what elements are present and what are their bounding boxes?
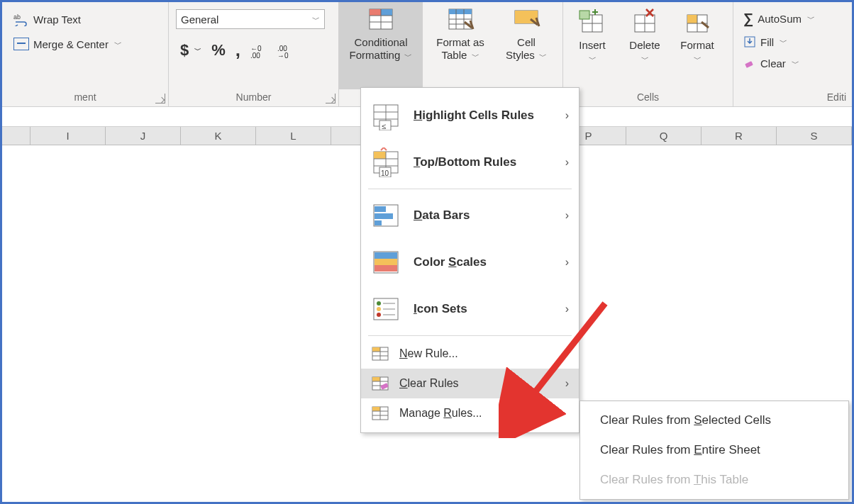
format-button[interactable]: Format﹀ <box>672 5 722 89</box>
highlight-cells-icon: ≤ <box>371 101 401 130</box>
conditional-formatting-button[interactable]: Conditional Formatting ﹀ <box>339 2 423 89</box>
merge-center-button[interactable]: Merge & Center ﹀ <box>9 35 161 53</box>
chevron-down-icon: ﹀ <box>472 52 479 60</box>
clear-button[interactable]: Clear ﹀ <box>739 54 846 72</box>
menu-new-rule[interactable]: New Rule... <box>361 339 579 369</box>
column-header[interactable]: J <box>106 127 181 145</box>
cell-styles-button[interactable]: Cell Styles ﹀ <box>498 2 555 89</box>
clear-rules-icon <box>371 374 389 393</box>
decrease-decimal-button[interactable]: .00→0 <box>273 40 299 61</box>
svg-rect-22 <box>580 11 589 19</box>
cell-styles-icon <box>512 5 540 33</box>
menu-highlight-cells-rules[interactable]: ≤ Highlight Cells Rules › <box>361 92 579 139</box>
conditional-formatting-label: Conditional Formatting <box>350 36 408 61</box>
column-header[interactable]: R <box>702 127 777 145</box>
column-header[interactable]: K <box>181 127 256 145</box>
column-header[interactable]: I <box>30 127 106 145</box>
editing-group-label: Editi <box>738 89 848 106</box>
fill-button[interactable]: Fill ﹀ <box>739 33 846 51</box>
insert-cells-icon <box>578 8 606 36</box>
clear-label: Clear <box>760 57 786 69</box>
column-header[interactable]: S <box>777 127 852 145</box>
fill-label: Fill <box>760 36 774 48</box>
sigma-icon: ∑ <box>743 11 753 27</box>
conditional-formatting-icon <box>367 5 395 33</box>
wrap-text-icon: ab <box>13 12 29 26</box>
cells-group-label: Cells <box>567 89 728 106</box>
menu-label: Top/Bottom Rules <box>414 155 516 169</box>
delete-label: Delete <box>629 39 660 51</box>
decrease-decimal-icon: .00→0 <box>277 43 294 58</box>
merge-center-icon <box>13 38 29 50</box>
cells-group: Insert﹀ Delete﹀ Forma <box>563 2 733 106</box>
number-group-label: Number <box>173 89 334 106</box>
menu-manage-rules[interactable]: Manage Rules... <box>361 398 579 428</box>
svg-text:ab: ab <box>13 13 21 21</box>
merge-center-label: Merge & Center <box>33 38 109 50</box>
delete-button[interactable]: Delete﹀ <box>620 5 670 89</box>
chevron-down-icon: ﹀ <box>641 55 649 63</box>
format-as-table-button[interactable]: Format as Table ﹀ <box>426 2 495 89</box>
data-bars-icon <box>371 201 401 230</box>
menu-icon-sets[interactable]: Icon Sets › <box>361 286 579 332</box>
top-bottom-icon: 10 <box>371 147 401 177</box>
menu-label: Data Bars <box>414 208 470 223</box>
chevron-right-icon: › <box>565 209 569 222</box>
alignment-group-label: ment <box>6 89 164 106</box>
cell-styles-label: Cell Styles <box>506 36 536 61</box>
number-format-combo[interactable]: General ﹀ <box>176 9 325 29</box>
increase-decimal-button[interactable]: ←0.00 <box>246 40 272 61</box>
comma-format-button[interactable]: , <box>231 36 245 64</box>
chevron-right-icon: › <box>565 109 569 122</box>
alignment-dialog-launcher[interactable] <box>155 94 165 103</box>
submenu-clear-selected[interactable]: Clear Rules from Selected Cells <box>580 405 848 435</box>
number-format-value: General <box>181 13 218 26</box>
select-all-corner[interactable] <box>2 127 30 145</box>
column-header[interactable]: Q <box>626 127 702 145</box>
alignment-group: ab Wrap Text Merge & Center ﹀ ment <box>2 2 169 106</box>
percent-format-button[interactable]: % <box>207 38 230 62</box>
svg-rect-61 <box>372 347 380 352</box>
format-cells-icon <box>683 8 711 36</box>
menu-label: Highlight Cells Rules <box>414 108 534 123</box>
menu-top-bottom-rules[interactable]: 10 Top/Bottom Rules › <box>361 139 579 186</box>
number-group: General ﹀ $﹀ % , ←0.00 .00→0 Number <box>169 2 339 106</box>
autosum-button[interactable]: ∑ AutoSum ﹀ <box>739 8 846 30</box>
menu-data-bars[interactable]: Data Bars › <box>361 192 579 239</box>
menu-label: New Rule... <box>399 347 458 360</box>
menu-color-scales[interactable]: Color Scales › <box>361 239 579 286</box>
svg-point-55 <box>377 307 381 311</box>
submenu-clear-sheet[interactable]: Clear Rules from Entire Sheet <box>580 435 848 465</box>
submenu-clear-table: Clear Rules from This Table <box>580 465 848 495</box>
new-rule-icon <box>371 345 389 363</box>
accounting-format-button[interactable]: $﹀ <box>176 38 206 62</box>
insert-label: Insert <box>579 39 606 51</box>
number-dialog-launcher[interactable] <box>326 94 336 103</box>
menu-label: Color Scales <box>414 255 487 269</box>
format-as-table-icon <box>446 5 475 33</box>
wrap-text-label: Wrap Text <box>33 13 81 26</box>
menu-label: Manage Rules... <box>399 407 482 420</box>
svg-text:≤: ≤ <box>382 122 386 130</box>
chevron-down-icon: ﹀ <box>404 52 412 60</box>
increase-decimal-icon: ←0.00 <box>250 43 267 58</box>
svg-rect-47 <box>375 213 393 219</box>
chevron-right-icon: › <box>565 377 569 390</box>
menu-label: Clear Rules <box>399 377 459 390</box>
svg-rect-39 <box>374 152 386 159</box>
column-header[interactable]: L <box>256 127 331 145</box>
eraser-icon <box>743 57 756 69</box>
chevron-down-icon: ﹀ <box>539 52 547 60</box>
chevron-down-icon: ﹀ <box>312 14 320 25</box>
delete-cells-icon <box>631 8 659 36</box>
insert-button[interactable]: Insert﹀ <box>567 5 617 89</box>
svg-rect-7 <box>381 9 392 16</box>
wrap-text-button[interactable]: ab Wrap Text <box>9 9 161 29</box>
svg-rect-48 <box>375 220 382 225</box>
svg-rect-52 <box>375 265 397 271</box>
format-label: Format <box>680 39 714 51</box>
svg-rect-72 <box>372 407 380 411</box>
svg-text:→0: →0 <box>277 52 289 58</box>
editing-group: ∑ AutoSum ﹀ Fill ﹀ Clear ﹀ Editi <box>733 2 852 106</box>
menu-clear-rules[interactable]: Clear Rules › <box>361 369 579 398</box>
